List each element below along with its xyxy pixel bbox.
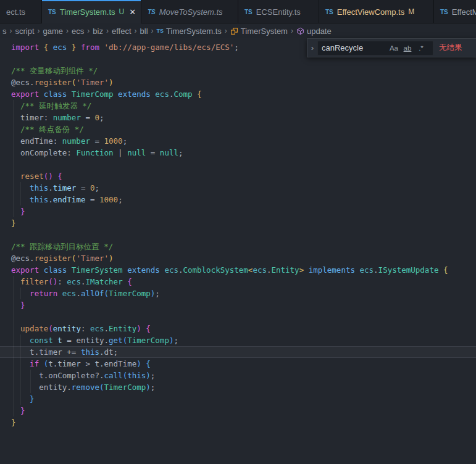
code-line[interactable]: @ecs.register('Timer') bbox=[0, 252, 476, 264]
code-line[interactable]: entity.remove(TimerComp); bbox=[0, 381, 476, 393]
code-token: if bbox=[30, 359, 44, 368]
find-input[interactable] bbox=[318, 43, 387, 52]
breadcrumb: s›script›game›ecs›biz›effect›bll›TSTimer… bbox=[0, 23, 476, 38]
toggle-replace-chevron-icon[interactable]: › bbox=[307, 39, 317, 57]
breadcrumb-label: ecs bbox=[72, 27, 84, 36]
git-status-badge: U bbox=[119, 7, 125, 16]
breadcrumb-item[interactable]: game bbox=[43, 27, 64, 36]
code-token: entity. bbox=[11, 383, 72, 392]
code-line[interactable]: filter(): ecs.IMatcher { bbox=[0, 276, 476, 288]
regex-icon[interactable]: .* bbox=[414, 44, 428, 52]
code-token: ; bbox=[234, 43, 239, 52]
code-token: import bbox=[11, 43, 44, 52]
editor-tab[interactable]: TSEffectM bbox=[434, 0, 476, 23]
breadcrumb-item[interactable]: script bbox=[15, 27, 35, 36]
code-line[interactable]: } bbox=[0, 217, 476, 229]
code-line[interactable]: return ecs.allOf(TimerComp); bbox=[0, 288, 476, 299]
code-token: @ecs. bbox=[11, 254, 35, 263]
code-token: ) bbox=[136, 324, 141, 333]
breadcrumb-item[interactable]: effect bbox=[111, 27, 132, 36]
code-line[interactable]: } bbox=[0, 405, 476, 416]
code-token: () bbox=[44, 172, 53, 181]
code-token: 1000 bbox=[104, 136, 123, 146]
breadcrumb-label: TimerSystem.ts bbox=[166, 27, 222, 36]
code-token: : bbox=[81, 324, 90, 333]
code-token: TimerComp bbox=[109, 289, 151, 298]
code-token: ecs bbox=[67, 277, 81, 286]
code-line[interactable]: const t = entity.get(TimerComp); bbox=[0, 334, 476, 346]
breadcrumb-item[interactable]: update bbox=[296, 27, 332, 36]
code-token: return bbox=[30, 289, 62, 298]
tab-label: TimerSystem.ts bbox=[60, 7, 115, 17]
breadcrumb-item[interactable]: bll bbox=[140, 27, 149, 36]
editor-tab[interactable]: TSEffectViewComp.tsM bbox=[319, 0, 434, 23]
code-line[interactable]: @ecs.register('Timer') bbox=[0, 77, 476, 88]
breadcrumb-item[interactable]: s bbox=[2, 27, 7, 36]
whole-word-icon[interactable]: ab bbox=[401, 44, 414, 52]
code-line[interactable]: /** 延时触发器 */ bbox=[0, 100, 476, 112]
code-line[interactable]: t.timer += this.dt; bbox=[0, 346, 476, 358]
code-token: 'db://app-game/libs/ecs/ECS' bbox=[104, 43, 235, 52]
code-token: ; bbox=[173, 336, 178, 345]
editor-tab[interactable]: ect.ts bbox=[0, 0, 42, 23]
close-icon[interactable]: ✕ bbox=[129, 7, 136, 17]
code-line[interactable] bbox=[0, 311, 476, 323]
code-token: this bbox=[30, 183, 48, 193]
code-token: t bbox=[57, 336, 62, 345]
code-token: extends bbox=[118, 89, 155, 99]
code-line[interactable]: t.onComplete?.call(this); bbox=[0, 370, 476, 381]
code-line[interactable]: endTime: number = 1000; bbox=[0, 135, 476, 147]
breadcrumb-separator: › bbox=[87, 27, 90, 35]
find-widget: › Aa ab .* 无结果 bbox=[307, 38, 476, 57]
code-line[interactable]: /** 终点备份 */ bbox=[0, 123, 476, 135]
code-token bbox=[11, 336, 30, 345]
code-token bbox=[11, 359, 30, 368]
code-token: class bbox=[44, 265, 72, 275]
breadcrumb-item[interactable]: TimerSystem bbox=[230, 27, 288, 36]
code-token bbox=[11, 289, 30, 298]
code-line[interactable]: export class TimerSystem extends ecs.Com… bbox=[0, 264, 476, 276]
code-line[interactable]: update(entity: ecs.Entity) { bbox=[0, 323, 476, 334]
code-line[interactable] bbox=[0, 229, 476, 241]
breadcrumb-item[interactable]: biz bbox=[92, 27, 104, 36]
editor-tab[interactable]: TSECSEntity.ts bbox=[238, 0, 319, 23]
code-token: from bbox=[76, 43, 104, 52]
code-line[interactable]: /** 跟踪移动到目标位置 */ bbox=[0, 241, 476, 252]
code-line[interactable]: this.endTime = 1000; bbox=[0, 194, 476, 205]
code-token: = bbox=[146, 148, 160, 157]
code-line[interactable]: } bbox=[0, 393, 476, 405]
match-case-icon[interactable]: Aa bbox=[387, 44, 401, 52]
breadcrumb-item[interactable]: ecs bbox=[71, 27, 85, 36]
code-token: class bbox=[44, 89, 72, 99]
code-line[interactable]: reset() { bbox=[0, 170, 476, 182]
code-editor[interactable]: import { ecs } from 'db://app-game/libs/… bbox=[0, 38, 476, 464]
git-status-badge: M bbox=[408, 7, 414, 16]
ts-file-icon: TS bbox=[48, 9, 56, 15]
editor-tab[interactable]: TSTimerSystem.tsU✕ bbox=[42, 0, 141, 23]
code-token: ) bbox=[136, 359, 141, 368]
editor-tab[interactable]: TSMoveToSystem.ts bbox=[141, 0, 238, 23]
breadcrumb-item[interactable]: TSTimerSystem.ts bbox=[156, 27, 222, 36]
code-line[interactable]: timer: number = 0; bbox=[0, 112, 476, 123]
code-token: export bbox=[11, 265, 44, 275]
code-token: remove bbox=[72, 383, 99, 392]
code-token: = bbox=[85, 195, 99, 204]
code-token: ecs bbox=[62, 289, 77, 298]
code-token: number bbox=[53, 113, 81, 122]
code-line[interactable]: this.timer = 0; bbox=[0, 182, 476, 194]
code-line[interactable]: } bbox=[0, 416, 476, 428]
code-token: ecs bbox=[155, 89, 169, 99]
code-line[interactable]: export class TimerComp extends ecs.Comp … bbox=[0, 88, 476, 100]
breadcrumb-separator: › bbox=[225, 27, 227, 35]
code-token: this bbox=[30, 195, 48, 204]
code-line[interactable]: onComplete: Function | null = null; bbox=[0, 147, 476, 159]
code-line[interactable]: if (t.timer > t.endTime) { bbox=[0, 358, 476, 370]
code-token: ; bbox=[123, 136, 128, 146]
breadcrumb-label: update bbox=[307, 27, 332, 36]
code-line[interactable]: /** 变量移动到组件 */ bbox=[0, 65, 476, 77]
code-line[interactable]: } bbox=[0, 299, 476, 311]
code-line[interactable]: } bbox=[0, 205, 476, 217]
code-token: TimerSystem bbox=[72, 265, 127, 275]
code-line[interactable] bbox=[0, 159, 476, 170]
code-token: update bbox=[20, 324, 48, 333]
